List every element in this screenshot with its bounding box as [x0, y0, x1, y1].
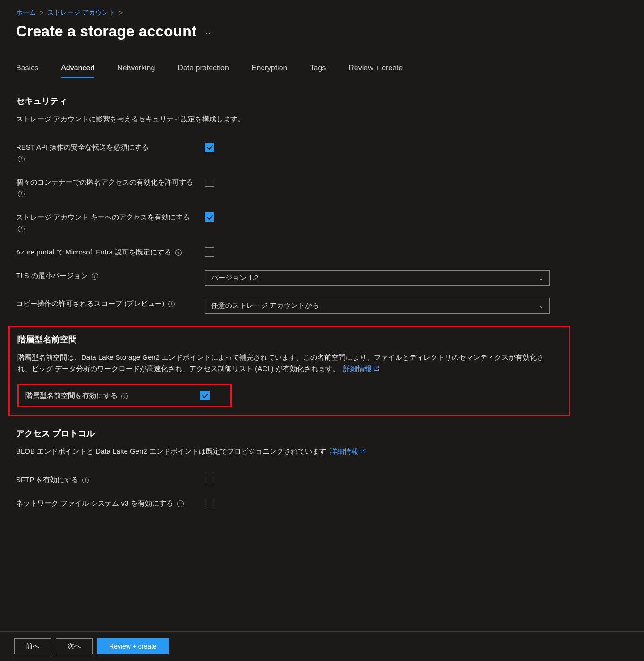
info-icon[interactable]: i [168, 301, 175, 307]
tab-data-protection[interactable]: Data protection [178, 64, 229, 78]
protocols-description: BLOB エンドポイントと Data Lake Gen2 エンドポイントは既定で… [16, 446, 554, 457]
tls-version-value: バージョン 1.2 [211, 273, 258, 282]
nfs-label: ネットワーク ファイル システム v3 を有効にする [16, 499, 173, 507]
hns-enable-highlight: 階層型名前空間を有効にする i [17, 384, 232, 407]
key-access-label: ストレージ アカウント キーへのアクセスを有効にする [16, 213, 190, 221]
page-title: Create a storage account [16, 23, 196, 40]
tab-encryption[interactable]: Encryption [252, 64, 288, 78]
tab-networking[interactable]: Networking [117, 64, 155, 78]
tls-version-label: TLS の最小バージョン [16, 271, 88, 280]
tab-advanced[interactable]: Advanced [61, 64, 94, 78]
copy-scope-value: 任意のストレージ アカウントから [211, 301, 319, 310]
info-icon[interactable]: i [18, 226, 25, 232]
protocols-learn-more-link[interactable]: 詳細情報 [330, 447, 366, 455]
breadcrumb-separator: > [40, 9, 43, 17]
anon-access-label: 個々のコンテナーでの匿名アクセスの有効化を許可する [16, 178, 193, 186]
protocols-heading: アクセス プロトコル [16, 428, 628, 439]
anon-access-checkbox[interactable] [205, 178, 214, 187]
previous-button[interactable]: 前へ [14, 638, 51, 654]
wizard-footer: 前へ 次へ Review + create [0, 631, 644, 661]
breadcrumb: ホーム > ストレージ アカウント > [16, 8, 628, 17]
secure-transfer-checkbox[interactable] [205, 143, 214, 152]
info-icon[interactable]: i [92, 273, 98, 280]
breadcrumb-separator: > [119, 9, 123, 17]
nfs-checkbox[interactable] [205, 499, 214, 508]
hns-enable-label: 階層型名前空間を有効にする [25, 391, 118, 399]
next-button[interactable]: 次へ [56, 638, 93, 654]
hns-learn-more-link[interactable]: 詳細情報 [343, 364, 379, 373]
more-actions-button[interactable]: … [205, 26, 214, 36]
entra-default-label: Azure portal で Microsoft Entra 認可を既定にする [16, 248, 171, 256]
chevron-down-icon: ⌄ [539, 303, 543, 309]
copy-scope-select[interactable]: 任意のストレージ アカウントから ⌄ [205, 298, 550, 314]
copy-scope-label: コピー操作の許可されるスコープ (プレビュー) [16, 299, 164, 307]
external-link-icon [373, 363, 379, 374]
hns-description: 階層型名前空間は、Data Lake Storage Gen2 エンドポイントに… [17, 352, 556, 374]
sftp-checkbox[interactable] [205, 475, 214, 484]
tab-basics[interactable]: Basics [16, 64, 38, 78]
tls-version-select[interactable]: バージョン 1.2 ⌄ [205, 270, 550, 286]
info-icon[interactable]: i [18, 156, 25, 162]
info-icon[interactable]: i [18, 191, 25, 197]
security-description: ストレージ アカウントに影響を与えるセキュリティ設定を構成します。 [16, 113, 554, 125]
info-icon[interactable]: i [177, 500, 184, 507]
secure-transfer-label: REST API 操作の安全な転送を必須にする [16, 143, 149, 151]
entra-default-checkbox[interactable] [205, 247, 214, 257]
info-icon[interactable]: i [175, 249, 182, 256]
tab-tags[interactable]: Tags [310, 64, 326, 78]
tab-bar: Basics Advanced Networking Data protecti… [16, 64, 628, 78]
breadcrumb-storage-accounts[interactable]: ストレージ アカウント [47, 8, 115, 17]
security-heading: セキュリティ [16, 95, 628, 107]
breadcrumb-home[interactable]: ホーム [16, 8, 36, 17]
external-link-icon [360, 446, 366, 457]
key-access-checkbox[interactable] [205, 212, 214, 222]
info-icon[interactable]: i [121, 393, 128, 399]
info-icon[interactable]: i [82, 477, 89, 483]
tab-review-create[interactable]: Review + create [348, 64, 403, 78]
hns-enable-checkbox[interactable] [200, 391, 210, 400]
hns-heading: 階層型名前空間 [17, 334, 561, 345]
sftp-label: SFTP を有効にする [16, 475, 78, 483]
review-create-button[interactable]: Review + create [97, 638, 169, 654]
hns-highlight-box: 階層型名前空間 階層型名前空間は、Data Lake Storage Gen2 … [8, 326, 570, 416]
chevron-down-icon: ⌄ [539, 275, 543, 281]
